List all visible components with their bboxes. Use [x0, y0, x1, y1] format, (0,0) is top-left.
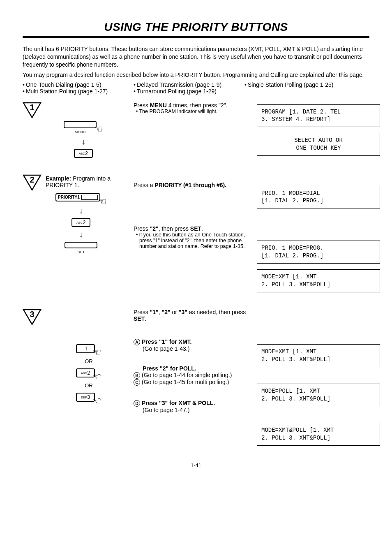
step-number-triangle: 2: [23, 174, 42, 191]
set-button-graphic: [65, 242, 97, 248]
feature-bullet-columns: One-Touch Dialing (page 1-5) Multi Stati…: [23, 81, 369, 95]
instr-sub-text: (Go to page 1-45 for multi polling.): [142, 379, 229, 385]
bullet-item: Turnaround Polling (page 1-29): [134, 88, 236, 95]
lcd-display: MODE=POLL [1. XMT 2. POLL 3. XMT&POLL]: [257, 384, 380, 407]
circled-letter-b: B: [134, 372, 140, 379]
instr-sub-bullet: The PROGRAM indicator will light.: [139, 109, 253, 114]
example-label: Example:: [46, 175, 71, 182]
bullet-item: Delayed Transmission (page 1-9): [134, 81, 236, 88]
instr-bold: SET: [190, 225, 201, 232]
key-num-label: 2: [83, 220, 86, 225]
or-label: OR: [85, 358, 93, 364]
instr-bold: Press "3" for XMT & POLL.: [142, 400, 215, 406]
inner-box-graphic: [81, 195, 98, 200]
instr-bold: "1": [150, 309, 159, 315]
lcd-display: MODE=XMT&POLL [1. XMT 2. POLL 3. XMT&POL…: [257, 423, 380, 446]
key-num-label: 1: [85, 346, 88, 352]
key-num-label: 3: [87, 394, 90, 400]
instr-sub-text: (Go to page 1-44 for single polling.): [142, 372, 232, 378]
priority-button-graphic: PRIORITY1: [55, 193, 100, 201]
pointing-hand-icon: ☜: [94, 124, 103, 134]
instr-bold: MENU: [150, 102, 167, 109]
instr-text: Press: [134, 102, 150, 109]
circled-letter-c: C: [134, 379, 140, 386]
instr-bold: SET: [134, 315, 145, 322]
title-rule: [23, 36, 369, 38]
instr-text: .: [201, 225, 203, 232]
instr-bold: Press "2" for POLL.: [143, 365, 253, 372]
page-number: 1-41: [23, 462, 369, 468]
key-num-label: 2: [87, 370, 90, 376]
key-sub-label: DEF: [81, 396, 87, 399]
instr-bold: Press "1" for XMT.: [142, 338, 191, 345]
instr-sub-text: (Go to page 1-43.): [143, 345, 253, 352]
circled-letter-a: A: [134, 339, 140, 345]
instr-bold: PRIORITY (#1 through #6).: [154, 182, 226, 188]
instr-text: Press: [134, 225, 150, 232]
priority-label: PRIORITY1: [58, 195, 80, 199]
instr-text: 4 times, then press "2".: [167, 102, 228, 109]
instr-bold: "3": [179, 309, 187, 315]
bullet-item: Single Station Polling (page 1-25): [244, 81, 347, 88]
key-2-button-graphic: ABC2: [74, 149, 93, 158]
instr-text: Press: [134, 309, 150, 315]
bullet-item: Multi Station Polling (page 1-27): [23, 88, 125, 95]
step-number-triangle: 1: [23, 102, 42, 118]
bullet-item: One-Touch Dialing (page 1-5): [23, 81, 125, 88]
instr-text: or: [171, 309, 179, 315]
instr-text: .: [145, 315, 146, 322]
menu-button-label: MENU: [64, 130, 97, 134]
instr-bold: "2": [162, 309, 171, 315]
menu-button-graphic: [64, 121, 97, 128]
pointing-hand-icon: ☜: [92, 396, 101, 406]
lcd-display: PRIO. 1 MODE=PROG. [1. DIAL 2. PROG.]: [257, 241, 380, 264]
arrow-down-icon: ↓: [79, 206, 83, 215]
step-1-row: 1 MENU ☜ ↓ ABC2 Press MENU 4 times, then…: [23, 102, 369, 158]
step-2-row: 2 Example: Program into a PRIORITY 1. PR…: [23, 174, 369, 292]
or-label: OR: [85, 382, 93, 389]
pointing-hand-icon: ☜: [92, 347, 101, 357]
set-button-label: SET: [65, 250, 97, 254]
lcd-display: MODE=XMT [1. XMT 2. POLL 3. XMT&POLL]: [257, 344, 380, 367]
instr-text: Press a: [134, 182, 154, 188]
lcd-display: PRIO. 1 MODE=DIAL [1. DIAL 2. PROG.]: [257, 186, 380, 209]
step-number: 3: [23, 310, 42, 319]
pointing-hand-icon: ☜: [98, 197, 107, 206]
lcd-display: PROGRAM [1. DATE 2. TEL 3. SYSTEM 4. REP…: [257, 104, 380, 127]
pointing-hand-icon: ☜: [92, 372, 101, 382]
intro-paragraph-2: You may program a desired function descr…: [23, 71, 369, 79]
lcd-display: MODE=XMT [1. XMT 2. POLL 3. XMT&POLL]: [257, 269, 380, 292]
key-num-label: 2: [85, 150, 88, 156]
intro-paragraph-1: The unit has 6 PRIORITY buttons. These b…: [23, 45, 369, 69]
step-number: 1: [23, 103, 42, 112]
arrow-down-icon: ↓: [79, 230, 83, 238]
key-sub-label: ABC: [81, 372, 87, 375]
instr-bold: "2": [150, 225, 159, 232]
instr-sub-text: (Go to page 1-47.): [143, 407, 253, 413]
instr-sub-bullet: If you use this button as an One-Touch s…: [139, 232, 253, 249]
lcd-display: SELECT AUTO OR ONE TOUCH KEY: [257, 133, 380, 156]
page-title: USING THE PRIORITY BUTTONS: [23, 21, 369, 34]
step-3-row: 3 X1 ☜ OR ABC2 ☜ OR DEF3 ☜: [23, 309, 369, 446]
key-sub-label: ABC: [76, 221, 82, 224]
circled-letter-d: D: [134, 400, 140, 407]
key-2-button-graphic: ABC2: [71, 218, 90, 227]
key-sub-label: ABC: [79, 152, 85, 155]
step-number: 2: [23, 175, 42, 185]
instr-text: , then press: [159, 225, 190, 232]
arrow-down-icon: ↓: [81, 137, 85, 146]
instr-text: ,: [159, 309, 162, 315]
step-number-triangle: 3: [23, 309, 42, 325]
instr-text: as needed, then press: [187, 309, 246, 315]
